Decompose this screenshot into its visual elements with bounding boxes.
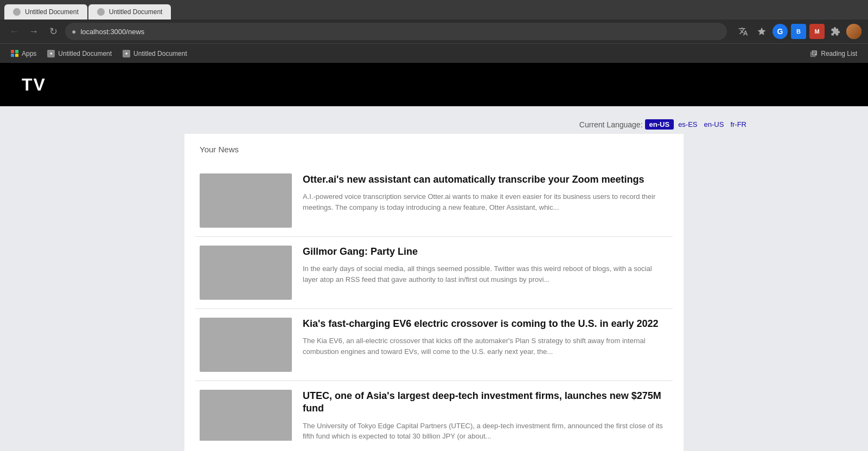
news-content-1: Otter.ai's new assistant can automatical… — [303, 173, 668, 228]
tab-label-1: Untitled Document — [25, 8, 79, 16]
app-header: TV — [0, 63, 868, 106]
news-content-4: UTEC, one of Asia's largest deep-tech in… — [303, 390, 668, 432]
browser-toolbar: ← → ↻ ● localhost:3000/news G B M — [0, 20, 868, 43]
language-fr-FR[interactable]: fr-FR — [730, 120, 746, 128]
bookmark-apps[interactable]: Apps — [7, 48, 41, 60]
tab-1[interactable]: Untitled Document — [4, 4, 87, 20]
news-section-title: Your News — [195, 145, 673, 154]
star-icon[interactable] — [754, 24, 769, 39]
main-content: Current Language: en-US es-ES en-US fr-F… — [0, 106, 868, 451]
tab-label-2: Untitled Document — [109, 8, 163, 16]
news-content-3: Kia's fast-charging EV6 electric crossov… — [303, 318, 668, 372]
reading-list-button[interactable]: Reading List — [806, 48, 861, 60]
toolbar-actions: G B M — [736, 24, 861, 39]
language-en-US-2[interactable]: en-US — [704, 120, 724, 128]
news-item-1[interactable]: Otter.ai's new assistant can automatical… — [195, 165, 673, 237]
language-bar: Current Language: en-US es-ES en-US fr-F… — [0, 115, 868, 134]
bookmark-favicon-1: ● — [47, 50, 55, 57]
news-excerpt-4: The University of Tokyo Edge Capital Par… — [303, 421, 668, 441]
extension-icon-1[interactable]: B — [791, 24, 806, 39]
bookmark-label-2: Untitled Document — [133, 50, 187, 57]
news-item-2[interactable]: Gillmor Gang: Party Line In the early da… — [195, 237, 673, 309]
bookmark-untitled-2[interactable]: ● Untitled Document — [118, 48, 192, 60]
g-icon[interactable]: G — [773, 24, 788, 39]
news-content-2: Gillmor Gang: Party Line In the early da… — [303, 246, 668, 300]
news-thumbnail-3 — [200, 318, 292, 372]
news-title-1: Otter.ai's new assistant can automatical… — [303, 173, 668, 186]
news-thumbnail-1 — [200, 173, 292, 228]
back-button[interactable]: ← — [7, 24, 22, 39]
tab-favicon-2 — [97, 8, 105, 16]
news-item-3[interactable]: Kia's fast-charging EV6 electric crossov… — [195, 309, 673, 381]
translate-icon[interactable] — [736, 24, 751, 39]
tab-bar: Untitled Document Untitled Document — [0, 0, 868, 20]
forward-button[interactable]: → — [26, 24, 41, 39]
apps-label: Apps — [22, 50, 36, 57]
bookmarks-bar: Apps ● Untitled Document ● Untitled Docu… — [0, 43, 868, 63]
avatar-image — [846, 24, 861, 39]
news-excerpt-3: The Kia EV6, an all-electric crossover t… — [303, 336, 668, 357]
bookmark-favicon-2: ● — [123, 50, 130, 57]
news-item-4[interactable]: UTEC, one of Asia's largest deep-tech in… — [195, 381, 673, 441]
extensions-puzzle-icon[interactable] — [828, 24, 843, 39]
news-excerpt-2: In the early days of social media, all t… — [303, 263, 668, 285]
news-title-4: UTEC, one of Asia's largest deep-tech in… — [303, 390, 668, 415]
apps-grid-icon — [11, 50, 18, 57]
language-active[interactable]: en-US — [645, 119, 674, 130]
browser-chrome: Untitled Document Untitled Document ← → … — [0, 0, 868, 63]
url-text: localhost:3000/news — [80, 28, 144, 36]
language-label: Current Language: — [579, 120, 643, 129]
tab-favicon-1 — [13, 8, 21, 16]
news-container: Your News Otter.ai's new assistant can a… — [184, 134, 684, 451]
language-es-ES[interactable]: es-ES — [678, 120, 697, 128]
news-excerpt-1: A.I.-powered voice transcription service… — [303, 191, 668, 212]
user-avatar[interactable] — [846, 24, 861, 39]
news-thumbnail-4 — [200, 390, 292, 441]
news-title-3: Kia's fast-charging EV6 electric crossov… — [303, 318, 668, 330]
bookmark-label-1: Untitled Document — [58, 50, 112, 57]
reload-button[interactable]: ↻ — [46, 24, 61, 39]
tab-2[interactable]: Untitled Document — [88, 4, 171, 20]
address-bar[interactable]: ● localhost:3000/news — [65, 23, 727, 40]
news-title-2: Gillmor Gang: Party Line — [303, 246, 668, 258]
news-thumbnail-2 — [200, 246, 292, 300]
reading-list-label: Reading List — [821, 50, 857, 57]
app-title: TV — [22, 75, 46, 95]
globe-icon: ● — [72, 27, 76, 36]
extension-icon-2[interactable]: M — [809, 24, 825, 39]
bookmark-untitled-1[interactable]: ● Untitled Document — [43, 48, 116, 60]
